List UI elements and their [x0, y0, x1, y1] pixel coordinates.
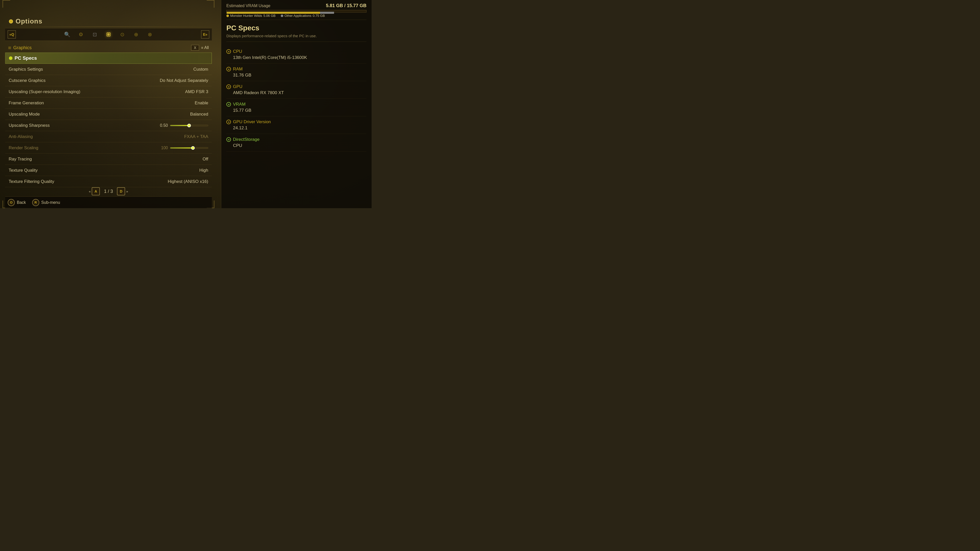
legend-mhw-value: 5.06 GB	[263, 14, 275, 17]
bottom-bar: O Back R Sub-menu	[5, 197, 212, 208]
settings-row-texture-quality[interactable]: Texture Quality High	[5, 165, 212, 176]
spec-ram-label: RAM	[233, 67, 243, 72]
tab-icon-graphics[interactable]: ⊞	[104, 30, 113, 39]
tab-icon-display[interactable]: ⊡	[90, 30, 99, 39]
settings-row-ray-tracing[interactable]: Ray Tracing Off	[5, 154, 212, 165]
left-panel: Options «Q 🔍 ⚙ ⊡ ⊞ ⊙ ⊕ ⊗ E» ⊞ Graphics X…	[3, 0, 215, 208]
vram-section: Estimated VRAM Usage 5.81 GB / 15.77 GB …	[226, 0, 366, 20]
settings-row-frame-gen[interactable]: Frame Generation Enable	[5, 97, 212, 109]
settings-row-upscaling[interactable]: Upscaling (Super-resolution Imaging) AMD…	[5, 86, 212, 97]
spec-directstorage-value: CPU	[226, 143, 366, 148]
row-label-frame-gen: Frame Generation	[9, 100, 44, 106]
settings-row-texture-filtering[interactable]: Texture Filtering Quality Highest (ANISO…	[5, 176, 212, 187]
spec-directstorage-label-row: ◈ DirectStorage	[226, 137, 366, 142]
row-value-texture-quality: High	[199, 168, 208, 173]
section-title-area: ⊞ Graphics	[8, 45, 32, 51]
tab-icon-controls[interactable]: ⊕	[131, 30, 141, 39]
spec-cpu: ◈ CPU 13th Gen Intel(R) Core(TM) i5-1360…	[226, 46, 366, 64]
render-scale-slider-track[interactable]	[170, 147, 208, 149]
legend-mhw: Monster Hunter Wilds 5.06 GB	[226, 14, 275, 17]
submenu-key[interactable]: R	[32, 199, 39, 206]
spec-ram-value: 31.76 GB	[226, 73, 366, 78]
legend-other-value: 0.75 GB	[313, 14, 325, 17]
vram-bar-other	[320, 12, 334, 14]
settings-row-upscaling-sharpness[interactable]: Upscaling Sharpness 0.50	[5, 120, 212, 131]
spec-cpu-icon: ◈	[226, 49, 231, 54]
row-label-upscaling-mode: Upscaling Mode	[9, 112, 40, 117]
row-value-ray-tracing: Off	[203, 157, 208, 162]
row-value-anti-aliasing: FXAA + TAA	[184, 134, 208, 139]
spec-ram-icon: ◈	[226, 67, 231, 71]
sharpness-slider-track[interactable]	[170, 125, 208, 126]
render-scale-slider-thumb	[191, 146, 195, 150]
options-title: Options	[16, 17, 42, 25]
row-label-texture-quality: Texture Quality	[9, 168, 38, 173]
render-scale-value: 100	[159, 146, 168, 150]
back-key[interactable]: O	[8, 199, 15, 206]
filter-clear-btn[interactable]: X	[191, 45, 199, 51]
prev-key-btn[interactable]: A	[92, 187, 100, 195]
row-label-pc-specs: PC Specs	[14, 56, 37, 61]
spec-cpu-label: CPU	[233, 49, 242, 54]
row-value-upscaling-mode: Balanced	[190, 112, 208, 117]
page-next-btn[interactable]: D »	[117, 187, 128, 195]
page-current: 1 / 3	[104, 189, 113, 194]
vram-bar-mhw	[227, 12, 320, 14]
back-label: Back	[17, 200, 26, 205]
spec-vram-icon: ◈	[226, 102, 231, 106]
spec-vram-value: 15.77 GB	[226, 108, 366, 113]
vram-header: Estimated VRAM Usage 5.81 GB / 15.77 GB	[226, 3, 366, 8]
settings-row-anti-aliasing[interactable]: Anti-Aliasing FXAA + TAA	[5, 131, 212, 142]
options-title-area: Options	[9, 17, 42, 25]
vram-bar	[226, 10, 366, 13]
submenu-label: Sub-menu	[41, 200, 60, 205]
row-label-texture-filtering: Texture Filtering Quality	[9, 179, 54, 184]
sharpness-value: 0.50	[159, 123, 168, 128]
sharpness-slider-thumb	[187, 124, 191, 127]
page-prev-btn[interactable]: « A	[89, 187, 100, 195]
row-label-ray-tracing: Ray Tracing	[9, 157, 32, 162]
corner-tr	[207, 0, 215, 8]
settings-row-cutscene-graphics[interactable]: Cutscene Graphics Do Not Adjust Separate…	[5, 75, 212, 86]
vram-usage: 5.81 GB / 15.77 GB	[326, 3, 366, 8]
tab-icon-sound[interactable]: ⊙	[118, 30, 127, 39]
spec-cpu-value: 13th Gen Intel(R) Core(TM) i5-13600K	[226, 55, 366, 60]
settings-row-graphics-settings[interactable]: Graphics Settings Custom	[5, 64, 212, 75]
tab-bar: «Q 🔍 ⚙ ⊡ ⊞ ⊙ ⊕ ⊗ E»	[5, 28, 212, 41]
pc-specs-title: PC Specs	[226, 20, 366, 34]
section-title: Graphics	[13, 45, 32, 51]
settings-row-pc-specs[interactable]: PC Specs	[5, 52, 212, 64]
next-key-btn[interactable]: D	[117, 187, 125, 195]
row-label-upscaling-sharpness: Upscaling Sharpness	[9, 123, 50, 128]
tab-prev-btn[interactable]: «Q	[8, 30, 16, 38]
right-panel: Estimated VRAM Usage 5.81 GB / 15.77 GB …	[221, 0, 372, 208]
filter-text: All	[204, 45, 209, 50]
back-button[interactable]: O Back	[8, 199, 26, 206]
legend-mhw-label: Monster Hunter Wilds	[230, 14, 262, 17]
page-indicator: « A 1 / 3 D »	[89, 187, 128, 195]
active-indicator	[9, 56, 13, 60]
spec-directstorage-label: DirectStorage	[233, 137, 259, 142]
tab-icon-tools[interactable]: ⚙	[76, 30, 86, 39]
spec-gpu-driver-label-row: ◈ GPU Driver Version	[226, 119, 366, 124]
spec-gpu-icon: ◈	[226, 84, 231, 89]
row-label-upscaling: Upscaling (Super-resolution Imaging)	[9, 89, 80, 94]
spec-vram: ◈ VRAM 15.77 GB	[226, 99, 366, 116]
spec-ram-label-row: ◈ RAM	[226, 67, 366, 72]
tab-icon-search[interactable]: 🔍	[62, 30, 72, 39]
spec-gpu-label-row: ◈ GPU	[226, 84, 366, 89]
tab-next-btn[interactable]: E»	[201, 30, 209, 38]
settings-row-render-scaling[interactable]: Render Scaling 100	[5, 142, 212, 154]
settings-row-upscaling-mode[interactable]: Upscaling Mode Balanced	[5, 109, 212, 120]
legend-other-label: Other Applications	[285, 14, 312, 17]
spec-gpu-driver-label: GPU Driver Version	[233, 119, 271, 124]
legend-other: Other Applications 0.75 GB	[281, 14, 325, 17]
spec-directstorage-icon: ◈	[226, 137, 231, 142]
submenu-button[interactable]: R Sub-menu	[32, 199, 60, 206]
spec-gpu-driver-value: 24.12.1	[226, 125, 366, 130]
tab-icon-network[interactable]: ⊗	[145, 30, 154, 39]
spec-gpu-value: AMD Radeon RX 7800 XT	[226, 90, 366, 95]
row-value-frame-gen: Enable	[195, 100, 208, 106]
section-filter: X ≡ All	[191, 45, 209, 51]
render-scale-slider-fill	[170, 148, 193, 148]
